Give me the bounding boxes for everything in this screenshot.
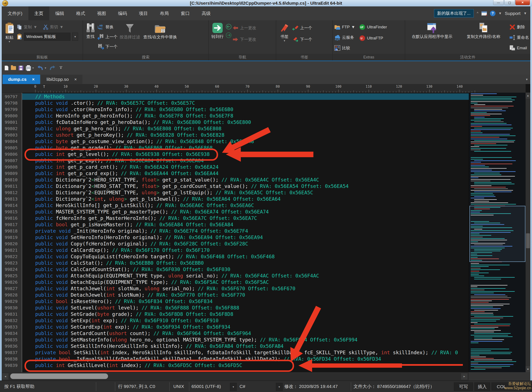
code-line-99826: public void DetachEquip(EQUIPMENT_TYPE t… (22, 279, 469, 285)
status-encoding[interactable]: 65001 (UTF-8) (191, 381, 221, 392)
ultraftp-icon: U (359, 35, 366, 41)
code-pane[interactable]: // Methodspublic void .ctor(); // RVA: 0… (22, 93, 469, 372)
binoculars-icon (86, 22, 95, 33)
code-line-99803: public ushort get_p_heroKey(); // RVA: 0… (22, 132, 469, 138)
prev-change-button[interactable]: 上一更改 (233, 24, 256, 32)
tab-libil2cpp.so[interactable]: libil2cpp.so× (41, 75, 82, 84)
filter-by-selection-button[interactable]: 按选择过滤 (119, 22, 141, 40)
minimap-viewport[interactable] (470, 206, 525, 262)
next-position-icon[interactable] (226, 32, 232, 38)
tab-close-icon[interactable]: × (74, 77, 77, 82)
compare-button[interactable]: Uc 比较 (334, 44, 355, 52)
find-in-files-button[interactable]: 查找/在文件中替换 (142, 22, 178, 40)
vertical-scrollbar[interactable]: ▲ ▼ (526, 93, 530, 372)
menu-item-4[interactable]: 视图 (91, 6, 112, 20)
delete-file-button[interactable]: 删除 (509, 23, 529, 31)
menu-item-1[interactable]: 主页 (28, 6, 49, 20)
menu-item-5[interactable]: 编码 (112, 6, 133, 20)
clipboard-selector[interactable]: Windows 剪贴板 (24, 33, 71, 41)
show-in-default-app-button[interactable]: 在默认应用程序中显示 (406, 22, 458, 40)
tab-dump.cs[interactable]: dump.cs× (3, 75, 40, 84)
code-line-99809: public int get_p_card_exp(); // RVA: 0x5… (22, 170, 469, 177)
document-tab-bar: dump.cs×libil2cpp.so× ▼ (2, 75, 530, 84)
scroll-right-icon[interactable]: ► (461, 373, 468, 380)
line-number: 99837 (5, 349, 18, 356)
scroll-left-icon[interactable]: ◄ (2, 373, 9, 380)
redo-icon[interactable] (49, 65, 56, 71)
print-button[interactable]: ▼ (26, 65, 34, 70)
prev-bookmark-button[interactable]: 上一个 (292, 24, 312, 32)
vertical-scroll-thumb[interactable] (526, 233, 530, 248)
menu-item-7[interactable]: 布局 (154, 6, 175, 20)
cut-button[interactable]: 剪切▼ (43, 23, 64, 31)
scroll-down-icon[interactable]: ▼ (526, 366, 530, 372)
next-change-button[interactable]: 下一更改 (233, 35, 256, 44)
language-dropdown-icon[interactable]: ▼ (276, 383, 283, 391)
line-number: 99804 (5, 138, 18, 145)
replace-button[interactable]: ABAC 替换 (98, 23, 118, 31)
copy-path-button[interactable]: 复制文件路径/名称 (461, 22, 506, 40)
save-file-icon[interactable] (19, 66, 23, 70)
line-number: 99812 (5, 189, 18, 196)
status-line-ending[interactable]: UNIX (173, 381, 184, 392)
paste-button[interactable]: 粘贴 ▼ (3, 22, 16, 43)
menu-item-6[interactable]: 项目 (133, 6, 154, 20)
status-line-info[interactable]: 行 99797, 列 3, C0 (118, 381, 155, 392)
support-menu[interactable]: Support (505, 11, 521, 16)
minimize-button[interactable]: — (493, 0, 504, 5)
line-number: 99808 (5, 164, 18, 170)
menu-item-2[interactable]: 编辑 (49, 6, 70, 20)
scrollbar-corner (469, 372, 530, 380)
code-line-99832: public void SetExp(int exp); // RVA: 0x5… (22, 317, 469, 324)
new-version-button[interactable]: 新的版本出现了... (434, 9, 474, 18)
close-button[interactable]: × (515, 0, 530, 5)
rename-file-button[interactable]: 重命名 (509, 33, 529, 42)
horizontal-scroll-thumb[interactable] (10, 373, 108, 379)
open-file-icon[interactable] (11, 66, 16, 70)
line-number: 99810 (5, 177, 18, 183)
minimap[interactable] (469, 93, 526, 372)
maximize-button[interactable]: ▢ (504, 0, 515, 5)
new-file-icon[interactable] (5, 66, 8, 70)
editor-area[interactable]: 9979799798997999980099801998029980399804… (2, 93, 530, 372)
cloud-services-button[interactable]: 云服务 (334, 33, 355, 42)
menu-item-9[interactable]: 高级 (196, 6, 217, 20)
window-frame-left (0, 6, 2, 392)
find-next-button[interactable]: 下一个 (98, 42, 118, 51)
layout-icon[interactable] (481, 11, 487, 16)
code-line-99815: public MASTER_SYSTEM_TYPE get_p_masterTy… (22, 209, 469, 215)
help-dropdown-icon[interactable]: ▼ (499, 12, 502, 15)
code-line-99808: public int get_p_card_cnt(); // RVA: 0x5… (22, 164, 469, 170)
menu-item-8[interactable]: 窗口 (175, 6, 196, 20)
undo-button[interactable]: ▼ (37, 65, 47, 71)
ftp-button[interactable]: FTP▼ (334, 23, 355, 31)
qat-customize-icon[interactable]: ▼ (60, 66, 62, 70)
help-icon[interactable]: ? (490, 11, 495, 16)
next-bookmark-button[interactable]: 下一个 (292, 35, 312, 44)
scroll-up-icon[interactable]: ▲ (526, 93, 530, 98)
menu-item-0[interactable]: 文件(F) (2, 6, 28, 20)
copy-button[interactable]: 复制▼ (17, 23, 37, 31)
find-prev-button[interactable]: 上一个 (98, 33, 118, 41)
ultraftp-button[interactable]: U UltraFTP (359, 34, 387, 42)
menu-item-3[interactable]: 格式 (70, 6, 91, 20)
status-writable[interactable]: 可写 (454, 383, 473, 391)
email-file-button[interactable]: Email (509, 44, 529, 52)
title-bar[interactable]: UE [C:\Users\himi\Desktop\Il2CppDumper-v… (0, 0, 532, 6)
clipboard-mini-icon (17, 33, 22, 40)
support-dropdown-icon[interactable]: ▼ (523, 12, 527, 15)
paste-icon (4, 22, 14, 34)
collapse-ribbon-icon[interactable]: ^ (477, 12, 478, 15)
encoding-dropdown-icon[interactable]: ▼ (230, 383, 237, 391)
goto-line-button[interactable]: 转到行 (210, 22, 225, 40)
prev-position-icon[interactable] (226, 24, 232, 30)
tab-list-dropdown-icon[interactable]: ▼ (525, 75, 530, 84)
clipboard-selector-dropdown-icon[interactable]: ▼ (72, 33, 78, 41)
horizontal-scrollbar[interactable]: ◄ ► (2, 372, 530, 380)
bookmark-button[interactable]: 书签 ▼ (278, 22, 291, 42)
tab-close-icon[interactable]: × (32, 77, 35, 82)
status-language[interactable]: C# (240, 381, 245, 392)
find-button[interactable]: 查找 (84, 22, 97, 40)
status-insert-mode[interactable]: 插入 (474, 383, 490, 391)
ultrafinder-button[interactable]: UF UltraFinder (359, 23, 387, 31)
